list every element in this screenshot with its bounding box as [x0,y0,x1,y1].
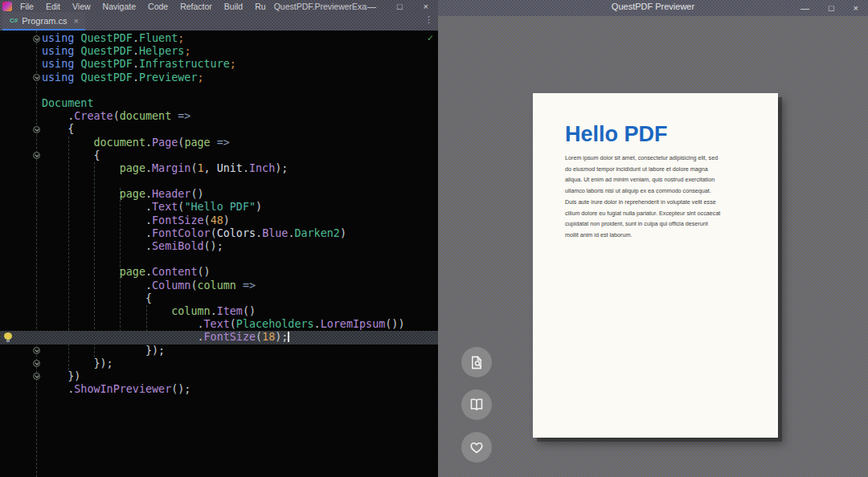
code-text: .SemiBold(); [42,240,223,253]
code-line[interactable]: column.Item() [0,305,438,318]
menu-file[interactable]: File [20,2,34,11]
code-text: }); [42,344,165,357]
fold-toggle-icon[interactable] [33,74,40,81]
code-line[interactable]: }) [0,370,438,383]
code-line[interactable] [0,84,438,97]
code-line[interactable]: .SemiBold(); [0,240,438,253]
fold-toggle-icon[interactable] [33,152,40,159]
code-line[interactable]: { [0,292,438,305]
code-text: { [42,292,152,305]
documentation-book-icon [469,397,485,413]
code-line[interactable]: }); [0,344,438,357]
gutter [0,214,42,227]
code-line[interactable]: }); [0,357,438,370]
minimize-button[interactable]: — [800,3,809,13]
close-button[interactable]: × [854,3,858,13]
fold-toggle-icon[interactable] [33,347,40,354]
gutter [0,149,42,162]
code-line[interactable]: using QuestPDF.Infrastructure; [0,58,438,71]
gutter [0,357,42,370]
code-line[interactable]: .Column(column => [0,279,438,292]
code-text: .ShowInPreviewer(); [42,383,190,396]
code-line[interactable]: Document [0,97,438,110]
inspect-document-button[interactable] [461,347,492,377]
maximize-button[interactable]: □ [829,3,834,13]
code-line[interactable]: page.Header() [0,188,438,201]
menu-view[interactable]: View [72,2,91,11]
gutter [0,175,42,188]
tab-program-cs[interactable]: C# Program.cs × [2,12,85,31]
menu-edit[interactable]: Edit [46,2,60,11]
code-text: .Text(Placeholders.LoremIpsum()) [42,318,404,331]
code-text: }); [42,357,113,370]
ide-menu-bar: FileEditViewNavigateCodeRefactorBuildRu … [0,0,438,12]
fold-toggle-icon[interactable] [33,126,40,133]
gutter [0,240,42,253]
gutter [0,253,42,266]
ide-window: FileEditViewNavigateCodeRefactorBuildRu … [0,0,438,477]
previewer-window-controls: — □ × [800,3,868,13]
code-text: }) [42,370,80,383]
code-text: using QuestPDF.Helpers; [42,45,190,58]
gutter [0,370,42,383]
code-line[interactable]: .FontSize(18); [0,331,438,344]
gutter [0,137,42,149]
preview-canvas: Hello PDF Lorem ipsum dolor sit amet, co… [438,16,868,477]
gutter [0,97,42,110]
app-logo-icon [2,2,12,11]
pdf-body-line: Lorem ipsum dolor sit amet, consectetur … [565,153,762,164]
code-line[interactable]: page.Margin(1, Unit.Inch); [0,162,438,175]
code-line[interactable] [0,253,438,266]
menu-items: FileEditViewNavigateCodeRefactorBuildRu [20,2,266,11]
gutter [0,123,42,136]
code-line[interactable] [0,175,438,188]
menu-refactor[interactable]: Refactor [180,2,212,11]
close-button[interactable]: × [424,2,428,10]
code-line[interactable]: using QuestPDF.Fluent; [0,32,438,45]
tab-close-icon[interactable]: × [73,16,78,26]
fold-toggle-icon[interactable] [33,35,40,43]
code-text: page.Header() [42,188,204,201]
code-text: .FontColor(Colors.Blue.Darken2) [42,227,346,240]
menu-code[interactable]: Code [148,2,168,11]
code-line[interactable]: page.Content() [0,266,438,279]
maximize-button[interactable]: □ [397,2,403,10]
code-line[interactable]: using QuestPDF.Helpers; [0,45,438,58]
pdf-body-line: cillum dolore eu fugiat nulla pariatur. … [565,208,762,219]
minimize-button[interactable]: — [367,2,376,10]
pdf-body-line: cupidatat non proident, sunt in culpa qu… [565,218,762,230]
code-text: .Create(document => [42,110,190,123]
code-line[interactable]: document.Page(page => [0,137,438,149]
menu-navigate[interactable]: Navigate [103,2,136,11]
code-line[interactable]: { [0,149,438,162]
gutter [0,279,42,292]
code-line[interactable]: .Text(Placeholders.LoremIpsum()) [0,318,438,331]
code-line[interactable]: .ShowInPreviewer(); [0,383,438,396]
menu-build[interactable]: Build [224,2,243,11]
code-line[interactable]: .Create(document => [0,110,438,123]
gutter [0,227,42,240]
tab-overflow-menu-icon[interactable]: ⋮ [424,14,433,25]
gutter [0,110,42,123]
documentation-button[interactable] [461,389,492,420]
gutter [0,318,42,331]
pdf-body: Lorem ipsum dolor sit amet, consectetur … [565,153,762,241]
code-editor[interactable]: ✓ using QuestPDF.Fluent;using QuestPDF.H… [0,31,438,477]
code-line[interactable]: using QuestPDF.Previewer; [0,71,438,84]
inspection-ok-icon[interactable]: ✓ [428,32,433,43]
menu-ru[interactable]: Ru [255,2,265,11]
code-text: document.Page(page => [42,137,230,149]
code-line[interactable]: .Text("Hello PDF") [0,201,438,214]
code-line[interactable]: { [0,123,438,136]
code-line[interactable]: .FontColor(Colors.Blue.Darken2) [0,227,438,240]
quick-fix-bulb-icon[interactable] [4,332,12,340]
tab-label: Program.cs [22,16,67,26]
gutter [0,305,42,318]
gutter [0,32,42,45]
sponsor-button[interactable] [461,432,492,463]
code-text: .FontSize(18); [42,331,289,344]
fold-toggle-icon[interactable] [33,373,40,380]
fold-toggle-icon[interactable] [33,360,40,367]
pdf-body-line: ullamco laboris nisi ut aliquip ex ea co… [565,186,762,197]
code-line[interactable]: .FontSize(48) [0,214,438,227]
